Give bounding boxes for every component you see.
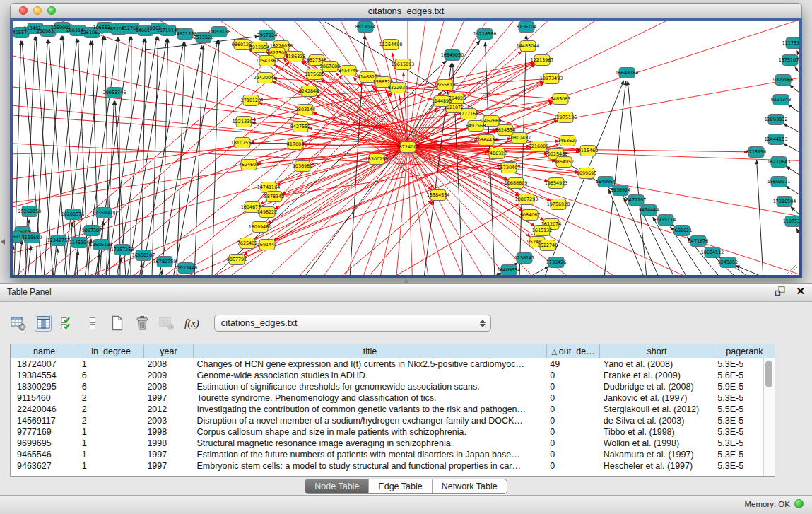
graph-node[interactable]: 9084067 xyxy=(520,210,540,221)
graph-edge[interactable] xyxy=(28,246,31,275)
graph-node[interactable]: 9097587 xyxy=(82,226,102,236)
graph-node[interactable]: 11254498 xyxy=(379,40,403,50)
graph-node[interactable]: 25260850 xyxy=(18,206,42,217)
graph-node[interactable]: 16210643 xyxy=(767,157,791,168)
graph-node[interactable]: 9955812 xyxy=(435,80,455,90)
table-select[interactable]: citations_edges.txt xyxy=(214,315,491,332)
graph-edge[interactable] xyxy=(273,81,408,147)
graph-node[interactable]: 9699695 xyxy=(577,168,596,179)
tab-node-table[interactable]: Node Table xyxy=(305,479,368,493)
column-header-pagerank[interactable]: pagerank xyxy=(714,344,775,358)
graph-node[interactable]: 5938924 xyxy=(611,185,630,196)
tab-edge-table[interactable]: Edge Table xyxy=(368,479,431,493)
graph-edge[interactable] xyxy=(127,39,167,275)
select-all-icon[interactable] xyxy=(59,315,76,332)
graph-node[interactable]: 1691441 xyxy=(257,240,277,250)
table-row[interactable]: 946362711997Embryonic stem cells: a mode… xyxy=(11,460,775,472)
graph-node[interactable]: 9245652 xyxy=(718,257,738,268)
graph-node[interactable]: 9115460 xyxy=(578,146,598,156)
graph-node[interactable]: 8215958 xyxy=(746,147,766,158)
vertical-scrollbar[interactable] xyxy=(763,358,775,476)
network-canvas[interactable]: 2405572411346283200983281059009220691406… xyxy=(13,21,799,275)
graph-node[interactable]: 1115689 xyxy=(22,233,42,243)
column-header-name[interactable]: name xyxy=(11,344,78,358)
graph-node[interactable]: 17359928 xyxy=(93,208,116,218)
table-row[interactable]: 946554611997Estimation of the future num… xyxy=(11,449,775,460)
graph-node[interactable]: 6216009 xyxy=(529,141,548,152)
graph-node[interactable]: 8813074 xyxy=(355,22,375,33)
column-header-out_degree[interactable]: △ out_de… xyxy=(546,344,599,358)
graph-node[interactable]: 17016504 xyxy=(773,197,796,207)
graph-node[interactable]: 15584554 xyxy=(427,190,450,201)
table-row[interactable]: 1456911722003Disruption of a novel membe… xyxy=(11,415,775,426)
graph-edge[interactable] xyxy=(791,207,799,214)
graph-node[interactable]: 12213392 xyxy=(233,117,256,127)
graph-edge[interactable] xyxy=(736,266,767,275)
delete-trash-icon[interactable] xyxy=(134,315,151,332)
graph-node[interactable]: 1615132 xyxy=(532,226,552,236)
select-columns-icon[interactable] xyxy=(35,315,52,332)
graph-node[interactable]: 2522740 xyxy=(538,240,558,251)
graph-node[interactable]: 5878342 xyxy=(264,192,284,202)
graph-node[interactable]: 1145194 xyxy=(69,238,89,248)
table-row[interactable]: 2242004622012Investigating the contribut… xyxy=(11,404,775,415)
graph-edge[interactable] xyxy=(408,147,799,275)
graph-node[interactable]: 16648784 xyxy=(616,68,639,78)
unselect-all-icon[interactable] xyxy=(84,315,101,332)
graph-node[interactable]: 1144893 xyxy=(432,96,452,107)
graph-node[interactable]: 1733426 xyxy=(546,257,566,268)
graph-node[interactable]: 8454749 xyxy=(339,66,358,76)
graph-edge[interactable] xyxy=(795,67,799,73)
graph-edge[interactable] xyxy=(784,144,799,152)
graph-node[interactable]: 9474444 xyxy=(639,205,659,216)
column-header-short[interactable]: short xyxy=(600,344,714,358)
graph-node[interactable]: 7632621 xyxy=(672,226,692,236)
graph-edge[interactable] xyxy=(274,152,579,197)
graph-node[interactable]: 8322034 xyxy=(388,83,408,93)
graph-edge[interactable] xyxy=(18,240,22,275)
graph-node[interactable]: 9136141 xyxy=(514,253,534,264)
graph-node[interactable]: 9329966 xyxy=(773,75,793,86)
graph-node[interactable]: 15751074 xyxy=(779,55,799,66)
graph-node[interactable]: 1498222 xyxy=(257,207,277,218)
graph-node[interactable]: 20206576 xyxy=(61,209,85,220)
graph-node[interactable]: 2067608 xyxy=(320,62,340,72)
graph-node[interactable]: 7957224 xyxy=(257,30,277,41)
graph-node[interactable]: 8186328 xyxy=(286,52,305,62)
graph-edge[interactable] xyxy=(13,245,13,275)
graph-node[interactable]: 9854957 xyxy=(554,157,574,168)
table-settings-icon[interactable] xyxy=(10,315,27,332)
graph-node[interactable]: 6479197 xyxy=(626,195,646,206)
graph-node[interactable]: 1640954 xyxy=(596,177,616,187)
graph-node[interactable]: 1107533 xyxy=(783,216,799,227)
graph-edge[interactable] xyxy=(117,37,157,275)
graph-node[interactable]: 9463627 xyxy=(558,136,577,146)
graph-edge[interactable] xyxy=(786,186,799,194)
graph-edge[interactable] xyxy=(796,229,799,234)
graph-edge[interactable] xyxy=(784,124,799,132)
graph-node[interactable]: 15720407 xyxy=(498,163,521,173)
column-header-title[interactable]: title xyxy=(193,344,546,358)
table-row[interactable]: 1830029562008Estimation of significance … xyxy=(11,381,775,392)
graph-node[interactable]: 15692971 xyxy=(767,177,791,187)
column-header-year[interactable]: year xyxy=(143,344,193,358)
table-row[interactable]: 911546021997Tourette syndrome. Phenomeno… xyxy=(11,392,775,404)
graph-node[interactable]: 7625402 xyxy=(237,238,257,249)
graph-node[interactable]: 8427552 xyxy=(290,122,310,132)
panel-collapse-arrow[interactable] xyxy=(1,239,5,245)
graph-node[interactable]: 9242848 xyxy=(299,86,319,97)
graph-node[interactable]: 7486322 xyxy=(487,148,507,159)
float-window-icon[interactable] xyxy=(775,286,786,296)
graph-node[interactable]: 3624554 xyxy=(495,125,515,136)
graph-node[interactable]: 9036989 xyxy=(293,161,312,172)
graph-node[interactable]: 6497568 xyxy=(466,121,486,132)
graph-node[interactable]: 9227343 xyxy=(771,95,791,105)
graph-node[interactable]: 2935114 xyxy=(656,215,676,226)
graph-node[interactable]: 16409354 xyxy=(498,265,521,276)
graph-edge[interactable] xyxy=(119,37,120,275)
graph-edge[interactable] xyxy=(788,105,799,112)
graph-node[interactable]: 14485044 xyxy=(517,41,540,52)
table-row[interactable]: 977716911998Corpus callosum shape and si… xyxy=(11,426,775,438)
graph-node[interactable]: 2718120 xyxy=(241,95,261,106)
table-row[interactable]: 1938455462009Genome-wide association stu… xyxy=(11,370,775,381)
